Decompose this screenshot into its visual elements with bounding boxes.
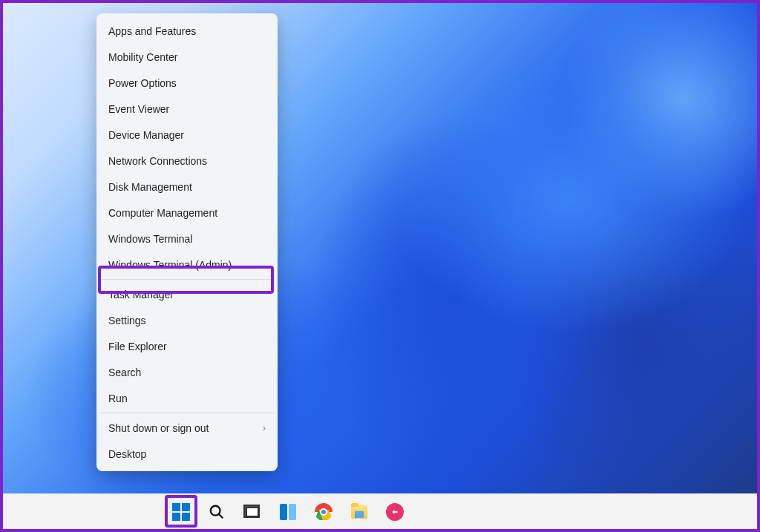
menu-item-label: Power Options <box>108 77 177 89</box>
menu-item-label: File Explorer <box>108 341 167 352</box>
menu-item-label: Mobility Center <box>108 51 177 63</box>
menu-windows-terminal[interactable]: Windows Terminal <box>96 226 278 252</box>
menu-mobility-center[interactable]: Mobility Center <box>96 44 278 70</box>
menu-item-label: Device Manager <box>108 129 184 141</box>
menu-task-manager[interactable]: Task Manager <box>96 281 278 307</box>
menu-item-label: Event Viewer <box>108 103 169 115</box>
widgets-icon <box>280 504 296 520</box>
menu-device-manager[interactable]: Device Manager <box>96 122 278 148</box>
taskbar <box>3 493 757 529</box>
menu-item-label: Apps and Features <box>108 25 196 37</box>
power-user-menu: Apps and FeaturesMobility CenterPower Op… <box>96 13 278 471</box>
menu-item-label: Settings <box>108 315 146 326</box>
menu-desktop[interactable]: Desktop <box>96 441 278 467</box>
search-button[interactable] <box>203 499 230 525</box>
menu-item-label: Windows Terminal <box>108 233 192 245</box>
widgets-button[interactable] <box>275 499 301 525</box>
menu-network-connections[interactable]: Network Connections <box>96 148 278 174</box>
menu-windows-terminal-admin[interactable]: Windows Terminal (Admin) <box>96 252 278 278</box>
menu-separator <box>99 413 275 413</box>
svg-line-1 <box>219 513 223 518</box>
chrome-icon <box>315 503 332 521</box>
menu-item-label: Desktop <box>108 448 146 460</box>
menu-item-label: Run <box>108 393 128 404</box>
menu-search[interactable]: Search <box>96 359 278 385</box>
file-explorer-icon <box>351 505 367 519</box>
menu-item-label: Computer Management <box>108 207 217 219</box>
menu-item-label: Search <box>108 367 141 378</box>
pink-app-icon <box>386 503 404 521</box>
menu-apps-features[interactable]: Apps and Features <box>96 18 278 44</box>
chevron-right-icon: › <box>263 423 266 433</box>
menu-file-explorer[interactable]: File Explorer <box>96 333 278 359</box>
task-view-icon <box>244 504 261 520</box>
menu-settings[interactable]: Settings <box>96 307 278 333</box>
windows-logo-icon <box>172 503 190 521</box>
menu-computer-management[interactable]: Computer Management <box>96 200 278 226</box>
start-button[interactable] <box>168 499 194 525</box>
search-icon <box>209 504 225 520</box>
svg-point-0 <box>211 505 220 515</box>
menu-disk-management[interactable]: Disk Management <box>96 174 278 200</box>
chrome-app[interactable] <box>310 499 337 525</box>
menu-item-label: Disk Management <box>108 181 192 193</box>
menu-power-options[interactable]: Power Options <box>96 70 278 96</box>
menu-item-label: Shut down or sign out <box>108 422 209 434</box>
menu-item-label: Windows Terminal (Admin) <box>108 259 232 271</box>
task-view-button[interactable] <box>239 499 266 525</box>
menu-run[interactable]: Run <box>96 385 278 411</box>
menu-item-label: Task Manager <box>108 289 174 301</box>
file-explorer-app[interactable] <box>346 499 373 525</box>
pink-app[interactable] <box>381 499 408 525</box>
menu-separator <box>99 279 275 280</box>
menu-event-viewer[interactable]: Event Viewer <box>96 96 278 122</box>
menu-item-label: Network Connections <box>108 155 207 167</box>
menu-shutdown-signout[interactable]: Shut down or sign out› <box>96 415 278 441</box>
